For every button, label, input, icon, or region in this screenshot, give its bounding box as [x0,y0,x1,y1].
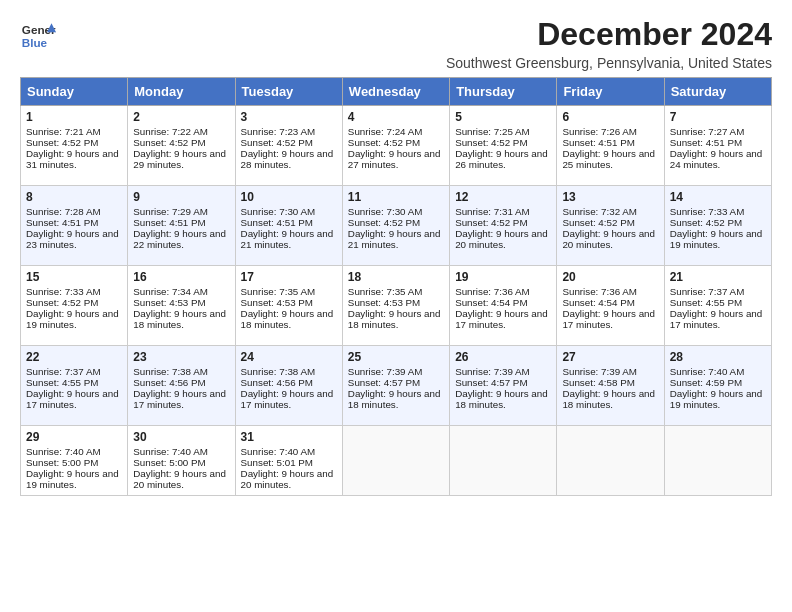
col-saturday: Saturday [664,78,771,106]
table-row: 22 Sunrise: 7:37 AMSunset: 4:55 PMDaylig… [21,346,128,426]
table-row: 24 Sunrise: 7:38 AMSunset: 4:56 PMDaylig… [235,346,342,426]
table-row: 16 Sunrise: 7:34 AMSunset: 4:53 PMDaylig… [128,266,235,346]
col-tuesday: Tuesday [235,78,342,106]
table-row: 2 Sunrise: 7:22 AMSunset: 4:52 PMDayligh… [128,106,235,186]
table-row: 27 Sunrise: 7:39 AMSunset: 4:58 PMDaylig… [557,346,664,426]
empty-cell [342,426,449,496]
calendar-table: Sunday Monday Tuesday Wednesday Thursday… [20,77,772,496]
month-title: December 2024 [446,16,772,53]
empty-cell [664,426,771,496]
table-row: 1 Sunrise: 7:21 AMSunset: 4:52 PMDayligh… [21,106,128,186]
table-row: 23 Sunrise: 7:38 AMSunset: 4:56 PMDaylig… [128,346,235,426]
table-row: 7 Sunrise: 7:27 AMSunset: 4:51 PMDayligh… [664,106,771,186]
calendar-row-week5: 29 Sunrise: 7:40 AMSunset: 5:00 PMDaylig… [21,426,772,496]
page-header: General Blue December 2024 Southwest Gre… [20,16,772,71]
col-friday: Friday [557,78,664,106]
table-row: 25 Sunrise: 7:39 AMSunset: 4:57 PMDaylig… [342,346,449,426]
svg-text:Blue: Blue [22,36,48,49]
calendar-row-week1: 1 Sunrise: 7:21 AMSunset: 4:52 PMDayligh… [21,106,772,186]
col-wednesday: Wednesday [342,78,449,106]
calendar-header-row: Sunday Monday Tuesday Wednesday Thursday… [21,78,772,106]
table-row: 10 Sunrise: 7:30 AMSunset: 4:51 PMDaylig… [235,186,342,266]
table-row: 13 Sunrise: 7:32 AMSunset: 4:52 PMDaylig… [557,186,664,266]
calendar-row-week3: 15 Sunrise: 7:33 AMSunset: 4:52 PMDaylig… [21,266,772,346]
col-monday: Monday [128,78,235,106]
col-sunday: Sunday [21,78,128,106]
calendar-row-week4: 22 Sunrise: 7:37 AMSunset: 4:55 PMDaylig… [21,346,772,426]
table-row: 26 Sunrise: 7:39 AMSunset: 4:57 PMDaylig… [450,346,557,426]
empty-cell [450,426,557,496]
logo-icon: General Blue [20,16,56,52]
table-row: 18 Sunrise: 7:35 AMSunset: 4:53 PMDaylig… [342,266,449,346]
table-row: 9 Sunrise: 7:29 AMSunset: 4:51 PMDayligh… [128,186,235,266]
logo: General Blue [20,16,56,52]
table-row: 29 Sunrise: 7:40 AMSunset: 5:00 PMDaylig… [21,426,128,496]
table-row: 5 Sunrise: 7:25 AMSunset: 4:52 PMDayligh… [450,106,557,186]
title-area: December 2024 Southwest Greensburg, Penn… [446,16,772,71]
calendar-row-week2: 8 Sunrise: 7:28 AMSunset: 4:51 PMDayligh… [21,186,772,266]
table-row: 30 Sunrise: 7:40 AMSunset: 5:00 PMDaylig… [128,426,235,496]
table-row: 28 Sunrise: 7:40 AMSunset: 4:59 PMDaylig… [664,346,771,426]
table-row: 19 Sunrise: 7:36 AMSunset: 4:54 PMDaylig… [450,266,557,346]
table-row: 31 Sunrise: 7:40 AMSunset: 5:01 PMDaylig… [235,426,342,496]
location-subtitle: Southwest Greensburg, Pennsylvania, Unit… [446,55,772,71]
table-row: 6 Sunrise: 7:26 AMSunset: 4:51 PMDayligh… [557,106,664,186]
table-row: 12 Sunrise: 7:31 AMSunset: 4:52 PMDaylig… [450,186,557,266]
table-row: 21 Sunrise: 7:37 AMSunset: 4:55 PMDaylig… [664,266,771,346]
table-row: 17 Sunrise: 7:35 AMSunset: 4:53 PMDaylig… [235,266,342,346]
table-row: 15 Sunrise: 7:33 AMSunset: 4:52 PMDaylig… [21,266,128,346]
table-row: 20 Sunrise: 7:36 AMSunset: 4:54 PMDaylig… [557,266,664,346]
col-thursday: Thursday [450,78,557,106]
table-row: 11 Sunrise: 7:30 AMSunset: 4:52 PMDaylig… [342,186,449,266]
table-row: 8 Sunrise: 7:28 AMSunset: 4:51 PMDayligh… [21,186,128,266]
table-row: 14 Sunrise: 7:33 AMSunset: 4:52 PMDaylig… [664,186,771,266]
table-row: 4 Sunrise: 7:24 AMSunset: 4:52 PMDayligh… [342,106,449,186]
table-row: 3 Sunrise: 7:23 AMSunset: 4:52 PMDayligh… [235,106,342,186]
empty-cell [557,426,664,496]
